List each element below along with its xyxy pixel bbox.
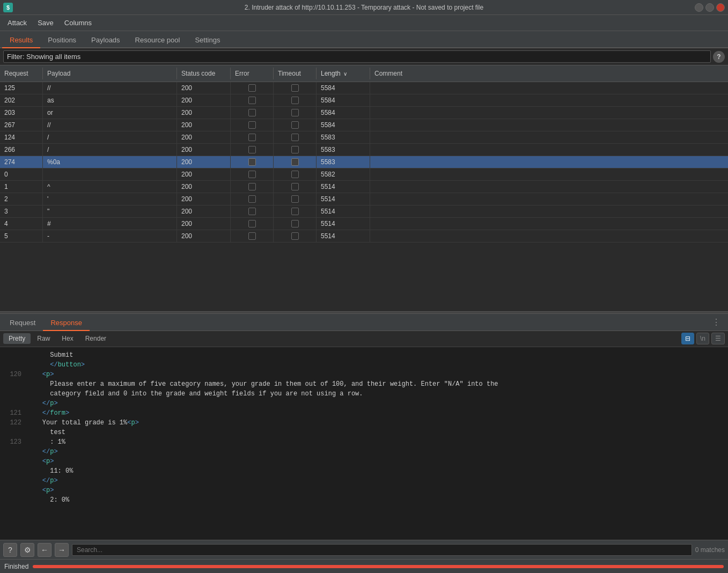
timeout-checkbox[interactable] xyxy=(291,183,299,190)
timeout-checkbox[interactable] xyxy=(291,232,299,240)
request-cell: 125 xyxy=(0,82,43,94)
tab-settings[interactable]: Settings xyxy=(187,33,227,48)
error-checkbox[interactable] xyxy=(248,158,256,166)
timeout-checkbox[interactable] xyxy=(291,84,299,92)
maximize-button[interactable] xyxy=(705,3,714,12)
bottom-panel: Request Response ⋮ Pretty Raw Hex Render… xyxy=(0,314,728,560)
header-comment[interactable]: Comment xyxy=(370,68,728,79)
results-table: Request Payload Status code Error Timeou… xyxy=(0,65,728,311)
view-tab-raw[interactable]: Raw xyxy=(32,333,55,344)
code-line: <p> xyxy=(5,486,723,495)
minimize-button[interactable] xyxy=(695,3,703,12)
timeout-checkbox[interactable] xyxy=(291,109,299,116)
tab-positions[interactable]: Positions xyxy=(40,33,84,48)
table-row[interactable]: 5-2005514 xyxy=(0,230,728,243)
error-checkbox[interactable] xyxy=(248,232,256,240)
header-status-code[interactable]: Status code xyxy=(177,68,231,79)
table-row[interactable]: 203or2005584 xyxy=(0,107,728,119)
timeout-checkbox[interactable] xyxy=(291,171,299,178)
header-error[interactable]: Error xyxy=(231,68,274,79)
attack-menu[interactable]: Attack xyxy=(2,17,32,29)
timeout-checkbox[interactable] xyxy=(291,195,299,203)
length-cell: 5514 xyxy=(317,181,370,193)
comment-cell xyxy=(370,205,728,217)
header-request[interactable]: Request xyxy=(0,68,43,79)
search-input[interactable] xyxy=(72,544,692,556)
table-row[interactable]: 125//2005584 xyxy=(0,82,728,94)
table-row[interactable]: 1^2005514 xyxy=(0,181,728,193)
table-row[interactable]: 3"2005514 xyxy=(0,205,728,218)
timeout-checkbox[interactable] xyxy=(291,97,299,104)
table-row[interactable]: 267//2005584 xyxy=(0,119,728,131)
timeout-checkbox[interactable] xyxy=(291,146,299,153)
tab-payloads[interactable]: Payloads xyxy=(84,33,127,48)
error-checkbox[interactable] xyxy=(248,121,256,129)
save-icon-button[interactable]: ⊟ xyxy=(681,333,694,344)
table-row[interactable]: 202as2005584 xyxy=(0,94,728,107)
timeout-checkbox[interactable] xyxy=(291,208,299,215)
request-cell: 0 xyxy=(0,168,43,180)
help-icon-button[interactable]: ? xyxy=(3,543,17,557)
table-row[interactable]: 2'2005514 xyxy=(0,193,728,205)
status-progress-bar xyxy=(33,565,724,568)
timeout-checkbox[interactable] xyxy=(291,158,299,166)
length-cell: 5514 xyxy=(317,218,370,230)
code-line: <p> xyxy=(5,457,723,466)
filter-help-button[interactable]: ? xyxy=(713,51,725,63)
error-checkbox[interactable] xyxy=(248,146,256,153)
filter-input[interactable] xyxy=(3,50,711,63)
timeout-checkbox[interactable] xyxy=(291,134,299,141)
length-cell: 5583 xyxy=(317,156,370,168)
tab-request[interactable]: Request xyxy=(2,315,43,331)
tab-resource-pool[interactable]: Resource pool xyxy=(128,33,188,48)
settings-icon-button[interactable]: ⚙ xyxy=(20,543,34,557)
error-checkbox[interactable] xyxy=(248,220,256,227)
error-checkbox[interactable] xyxy=(248,84,256,92)
code-line: Please enter a maximum of five category … xyxy=(5,379,723,389)
status-bar: Finished xyxy=(0,559,728,573)
header-timeout[interactable]: Timeout xyxy=(274,68,317,79)
payload-cell: / xyxy=(43,144,177,156)
save-menu[interactable]: Save xyxy=(32,17,59,29)
table-row[interactable]: 02005582 xyxy=(0,168,728,181)
payload-cell: or xyxy=(43,107,177,119)
status-cell: 200 xyxy=(177,94,231,106)
request-cell: 4 xyxy=(0,218,43,230)
tab-response[interactable]: Response xyxy=(43,315,90,331)
status-cell: 200 xyxy=(177,144,231,156)
menu-icon-button[interactable]: ☰ xyxy=(711,333,725,344)
code-line: </p> xyxy=(5,447,723,457)
code-line: 123 : 1% xyxy=(5,437,723,447)
forward-icon-button[interactable]: → xyxy=(55,543,69,557)
error-checkbox[interactable] xyxy=(248,208,256,215)
comment-cell xyxy=(370,107,728,119)
tab-results[interactable]: Results xyxy=(2,33,40,48)
comment-cell xyxy=(370,82,728,94)
request-cell: 266 xyxy=(0,144,43,156)
error-checkbox[interactable] xyxy=(248,134,256,141)
error-checkbox[interactable] xyxy=(248,109,256,116)
error-checkbox[interactable] xyxy=(248,97,256,104)
view-tab-pretty[interactable]: Pretty xyxy=(3,333,31,344)
more-options-icon[interactable]: ⋮ xyxy=(707,314,726,330)
bottom-toolbar: ? ⚙ ← → 0 matches xyxy=(0,540,728,559)
close-button[interactable] xyxy=(716,3,725,12)
columns-menu[interactable]: Columns xyxy=(59,17,97,29)
timeout-checkbox[interactable] xyxy=(291,220,299,227)
view-tab-hex[interactable]: Hex xyxy=(56,333,78,344)
timeout-checkbox[interactable] xyxy=(291,121,299,129)
error-checkbox[interactable] xyxy=(248,171,256,178)
header-length[interactable]: Length ∨ xyxy=(317,68,370,79)
view-tab-render[interactable]: Render xyxy=(80,333,112,344)
table-row[interactable]: 124/2005583 xyxy=(0,131,728,144)
header-payload[interactable]: Payload xyxy=(43,68,177,79)
error-checkbox[interactable] xyxy=(248,183,256,190)
request-cell: 5 xyxy=(0,230,43,242)
error-checkbox[interactable] xyxy=(248,195,256,203)
match-count: 0 matches xyxy=(695,546,725,554)
back-icon-button[interactable]: ← xyxy=(38,543,52,557)
table-row[interactable]: 4#2005514 xyxy=(0,218,728,230)
table-row[interactable]: 266/2005583 xyxy=(0,144,728,156)
newline-icon-button[interactable]: \n xyxy=(696,333,709,344)
table-row[interactable]: 274%0a2005583 xyxy=(0,156,728,168)
